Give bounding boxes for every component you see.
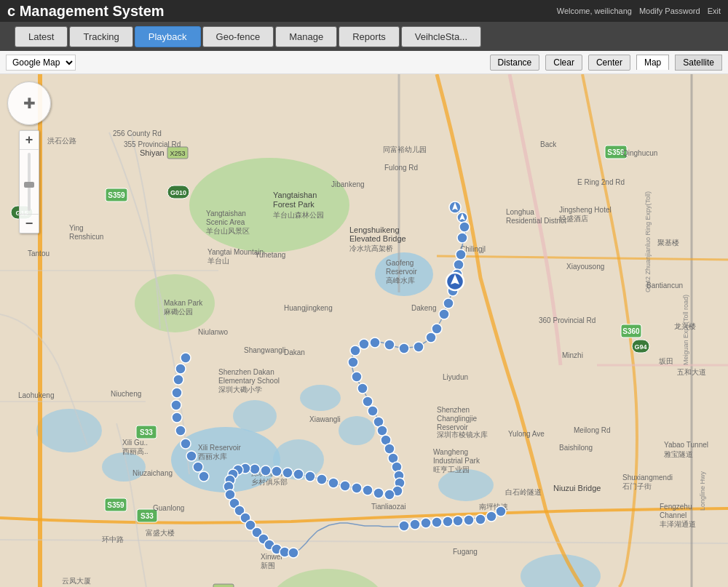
nav-manage[interactable]: Manage bbox=[275, 26, 337, 47]
svg-text:Niucheng: Niucheng bbox=[111, 390, 141, 398]
distance-button[interactable]: Distance bbox=[490, 55, 540, 71]
svg-text:龙兴楼: 龙兴楼 bbox=[674, 322, 696, 330]
svg-point-227 bbox=[186, 451, 197, 461]
nav-vehiclestat[interactable]: VeihcleSta... bbox=[401, 26, 481, 47]
svg-point-159 bbox=[457, 233, 467, 243]
nav-reports[interactable]: Reports bbox=[339, 26, 400, 47]
toolbar: Google Map Distance Clear Center Map Sat… bbox=[0, 51, 728, 74]
svg-point-172 bbox=[359, 339, 369, 349]
svg-text:环中路: 环中路 bbox=[102, 535, 124, 543]
pan-control[interactable]: ✚ bbox=[7, 81, 51, 125]
svg-text:深圳市棱镜水库: 深圳市棱镜水库 bbox=[437, 431, 488, 439]
svg-text:羊台山森林公园: 羊台山森林公园 bbox=[273, 211, 324, 219]
svg-text:Dakan: Dakan bbox=[284, 348, 305, 356]
svg-point-175 bbox=[352, 372, 362, 382]
svg-point-167 bbox=[426, 332, 436, 343]
svg-point-193 bbox=[328, 478, 339, 488]
svg-point-232 bbox=[475, 514, 486, 524]
svg-point-188 bbox=[384, 490, 395, 500]
svg-text:Gaofeng: Gaofeng bbox=[386, 259, 414, 267]
svg-point-4 bbox=[102, 452, 146, 482]
svg-text:Forest Park: Forest Park bbox=[273, 200, 314, 209]
zoom-slider[interactable] bbox=[28, 153, 31, 211]
svg-text:深圳大磡小学: 深圳大磡小学 bbox=[218, 386, 262, 394]
svg-text:Reservoir: Reservoir bbox=[386, 268, 417, 276]
svg-point-199 bbox=[261, 466, 271, 476]
svg-text:Wangheng: Wangheng bbox=[433, 448, 468, 456]
nav-playback[interactable]: Playback bbox=[135, 26, 201, 47]
svg-text:Lengshuikeng: Lengshuikeng bbox=[349, 225, 400, 234]
svg-text:雅宝隧道: 雅宝隧道 bbox=[664, 450, 693, 458]
nav-tracking[interactable]: Tracking bbox=[69, 26, 132, 47]
svg-text:Longhua: Longhua bbox=[506, 208, 534, 216]
map-view-satellite[interactable]: Satellite bbox=[675, 55, 722, 71]
svg-point-158 bbox=[459, 222, 470, 232]
svg-text:Xili Gu..: Xili Gu.. bbox=[122, 439, 148, 447]
svg-text:麻磡公园: 麻磡公园 bbox=[164, 308, 193, 316]
svg-text:Longline Hwy: Longline Hwy bbox=[699, 471, 706, 511]
exit-link[interactable]: Exit bbox=[708, 7, 721, 15]
svg-point-224 bbox=[172, 412, 182, 423]
clear-button[interactable]: Clear bbox=[545, 55, 582, 71]
svg-text:Channel: Channel bbox=[660, 511, 687, 519]
svg-text:同富裕幼儿园: 同富裕幼儿园 bbox=[383, 145, 427, 153]
svg-point-6 bbox=[339, 416, 375, 445]
svg-text:Shenzhen: Shenzhen bbox=[437, 406, 470, 414]
svg-text:Yulong Ave: Yulong Ave bbox=[508, 430, 545, 438]
svg-point-194 bbox=[317, 474, 327, 484]
svg-text:Makan Park: Makan Park bbox=[164, 299, 203, 307]
svg-point-221 bbox=[173, 375, 183, 385]
nav-latest[interactable]: Latest bbox=[15, 26, 68, 47]
svg-text:Yangtaishan: Yangtaishan bbox=[206, 209, 246, 217]
svg-text:Fugang: Fugang bbox=[453, 548, 478, 556]
toolbar-right: Distance Clear Center Map Satellite bbox=[490, 55, 722, 71]
header: c Management System Welcome, weilichang … bbox=[0, 0, 728, 22]
svg-text:经盛酒店: 经盛酒店 bbox=[559, 215, 588, 223]
svg-point-237 bbox=[421, 518, 431, 528]
svg-text:旺亨工业园: 旺亨工业园 bbox=[433, 466, 470, 474]
svg-text:S33: S33 bbox=[140, 428, 153, 436]
svg-text:256 County Rd: 256 County Rd bbox=[113, 129, 162, 137]
svg-text:洪石公路: 洪石公路 bbox=[47, 137, 76, 145]
svg-point-7 bbox=[233, 400, 277, 432]
svg-text:西丽高..: 西丽高.. bbox=[122, 447, 149, 455]
svg-text:G94: G94 bbox=[634, 343, 646, 351]
svg-point-220 bbox=[175, 364, 186, 374]
svg-point-177 bbox=[363, 396, 373, 407]
svg-point-170 bbox=[384, 340, 395, 350]
welcome-text: Welcome, weilichang bbox=[557, 7, 632, 15]
svg-text:Liyudun: Liyudun bbox=[443, 373, 468, 381]
svg-text:S359: S359 bbox=[107, 501, 124, 509]
nav-geofence[interactable]: Geo-fence bbox=[202, 26, 274, 47]
svg-text:云凤大厦: 云凤大厦 bbox=[62, 577, 91, 585]
svg-text:Renshicun: Renshicun bbox=[69, 233, 103, 241]
svg-point-8 bbox=[300, 385, 341, 411]
svg-text:西丽水库: 西丽水库 bbox=[198, 452, 227, 460]
svg-text:Residential District: Residential District bbox=[506, 217, 566, 225]
nav-bar: Latest Tracking Playback Geo-fence Manag… bbox=[0, 22, 728, 51]
center-button[interactable]: Center bbox=[588, 55, 630, 71]
svg-text:五和大道: 五和大道 bbox=[677, 368, 706, 376]
svg-text:Yabao Tunnel: Yabao Tunnel bbox=[664, 441, 708, 449]
map-container[interactable]: S359 S359 S359 S33 S33 S360 G010 G15 G94… bbox=[0, 74, 728, 587]
svg-text:Shuxiangmendi: Shuxiangmendi bbox=[622, 474, 673, 482]
svg-text:Minzhi: Minzhi bbox=[562, 351, 583, 359]
svg-text:羊台山: 羊台山 bbox=[207, 257, 229, 265]
svg-text:Baishilong: Baishilong bbox=[559, 444, 593, 452]
map-view-map[interactable]: Map bbox=[636, 55, 669, 70]
zoom-in-button[interactable]: + bbox=[20, 131, 39, 150]
svg-point-3 bbox=[36, 409, 102, 452]
modify-password-link[interactable]: Modify Password bbox=[639, 7, 700, 15]
svg-text:Jibankeng: Jibankeng bbox=[331, 180, 365, 188]
map-type-select[interactable]: Google Map bbox=[6, 55, 76, 71]
svg-text:Shiyan: Shiyan bbox=[140, 148, 165, 157]
svg-text:Niuzaichang: Niuzaichang bbox=[132, 469, 173, 477]
svg-text:石门子街: 石门子街 bbox=[622, 482, 652, 490]
svg-point-196 bbox=[293, 469, 304, 479]
svg-text:Tantou: Tantou bbox=[28, 249, 50, 257]
svg-text:新围: 新围 bbox=[261, 562, 275, 570]
svg-text:Scenic Area: Scenic Area bbox=[206, 218, 245, 226]
zoom-out-button[interactable]: − bbox=[20, 214, 39, 233]
svg-text:羊台山风景区: 羊台山风景区 bbox=[206, 227, 250, 235]
svg-text:S360: S360 bbox=[622, 327, 640, 335]
